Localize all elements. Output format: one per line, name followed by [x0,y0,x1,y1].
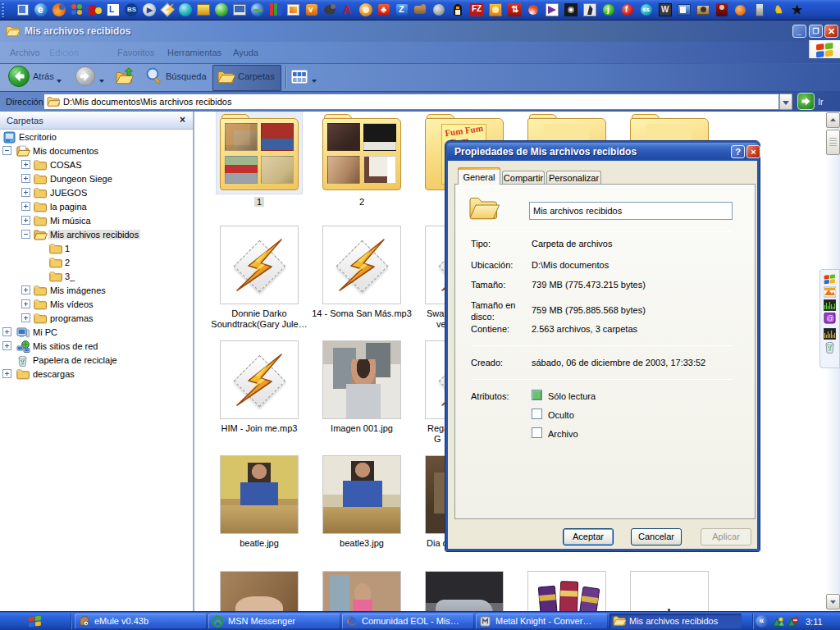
svg-text:@: @ [827,314,834,322]
